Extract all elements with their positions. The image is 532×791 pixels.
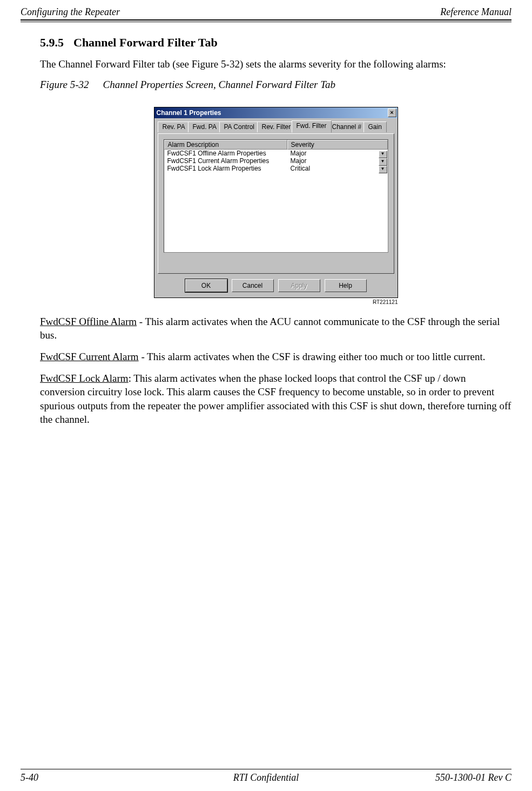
tab-rev-pa[interactable]: Rev. PA [158,121,190,132]
paragraph-offline-alarm: FwdCSF Offline Alarm - This alarm activa… [40,315,511,342]
tab-label: Channel # [332,123,362,131]
dialog-button-row: OK Cancel Apply Help [154,277,398,298]
page-footer: 5-40 RTI Confidential 550-1300-01 Rev C [21,772,511,783]
figure-ref-label: RT221121 [154,299,398,305]
dialog-title: Channel 1 Properties [157,109,221,117]
dialog-titlebar[interactable]: Channel 1 Properties × [154,107,398,118]
tab-fwd-filter[interactable]: Fwd. Filter [292,120,332,133]
list-item[interactable]: FwdCSF1 Offline Alarm Properties Major [164,150,388,157]
tab-gain[interactable]: Gain [363,121,387,132]
cell-severity: Major [291,150,388,157]
paragraph-lock-alarm: FwdCSF Lock Alarm: This alarm activates … [40,371,511,427]
severity-dropdown-buttons: ▼ ▼ ▼ [379,151,387,173]
term-underline: FwdCSF Current Alarm [40,351,139,362]
section-title: Channel Forward Filter Tab [73,36,218,49]
cell-severity: Critical [291,165,388,172]
term-text: - This alarm activates when the CSF is d… [139,351,486,362]
tab-label: Rev. PA [163,123,185,131]
apply-button: Apply [278,279,320,292]
header-right: Reference Manual [440,6,511,18]
alarm-listbox[interactable]: Alarm Description Severity FwdCSF1 Offli… [164,139,388,253]
page-content: 5.9.5Channel Forward Filter Tab The Chan… [40,32,511,434]
tab-label: Fwd. Filter [297,122,327,130]
cell-description: FwdCSF1 Lock Alarm Properties [164,165,291,172]
figure-caption: Figure 5-32Channel Properties Screen, Ch… [40,79,511,91]
tab-channel-num[interactable]: Channel # [327,121,367,132]
term-underline: FwdCSF Lock Alarm [40,373,129,384]
section-heading: 5.9.5Channel Forward Filter Tab [40,36,511,50]
chevron-down-icon[interactable]: ▼ [379,158,387,166]
figure-number: Figure 5-32 [40,79,89,91]
section-number: 5.9.5 [40,36,64,50]
tab-label: PA Control [224,123,254,131]
tab-rev-filter[interactable]: Rev. Filter [257,121,296,132]
page-header: Configuring the Repeater Reference Manua… [21,6,511,18]
footer-center: RTI Confidential [21,772,511,783]
chevron-down-icon[interactable]: ▼ [379,151,387,158]
close-icon[interactable]: × [388,109,396,117]
col-header-description[interactable]: Alarm Description [164,140,287,150]
cell-description: FwdCSF1 Current Alarm Properties [164,157,291,165]
intro-paragraph: The Channel Forward Filter tab (see Figu… [40,57,511,71]
list-header: Alarm Description Severity [164,140,388,150]
tab-label: Rev. Filter [262,123,291,131]
tab-strip: Rev. PA Fwd. PA PA Control Rev. Filter F… [158,121,394,133]
paragraph-current-alarm: FwdCSF Current Alarm - This alarm activa… [40,350,511,364]
footer-rule [21,769,511,769]
cancel-button[interactable]: Cancel [232,279,274,292]
figure-title: Channel Properties Screen, Channel Forwa… [103,79,335,90]
header-left: Configuring the Repeater [21,6,120,18]
chevron-down-icon[interactable]: ▼ [379,166,387,173]
help-button[interactable]: Help [325,279,367,292]
tab-pa-control[interactable]: PA Control [219,121,259,132]
cell-description: FwdCSF1 Offline Alarm Properties [164,150,291,157]
col-header-severity[interactable]: Severity [287,140,388,150]
tab-panel: Alarm Description Severity FwdCSF1 Offli… [158,133,394,274]
cell-severity: Major [291,157,388,165]
tab-label: Gain [368,123,382,131]
term-underline: FwdCSF Offline Alarm [40,316,137,327]
list-item[interactable]: FwdCSF1 Lock Alarm Properties Critical [164,165,388,172]
tab-fwd-pa[interactable]: Fwd. PA [188,121,221,132]
ok-button[interactable]: OK [185,279,227,292]
tab-label: Fwd. PA [193,123,217,131]
list-item[interactable]: FwdCSF1 Current Alarm Properties Major [164,157,388,165]
dialog-wrap: Channel 1 Properties × Rev. PA Fwd. PA P… [154,107,398,305]
header-rule [21,19,511,22]
properties-dialog: Channel 1 Properties × Rev. PA Fwd. PA P… [154,107,398,298]
